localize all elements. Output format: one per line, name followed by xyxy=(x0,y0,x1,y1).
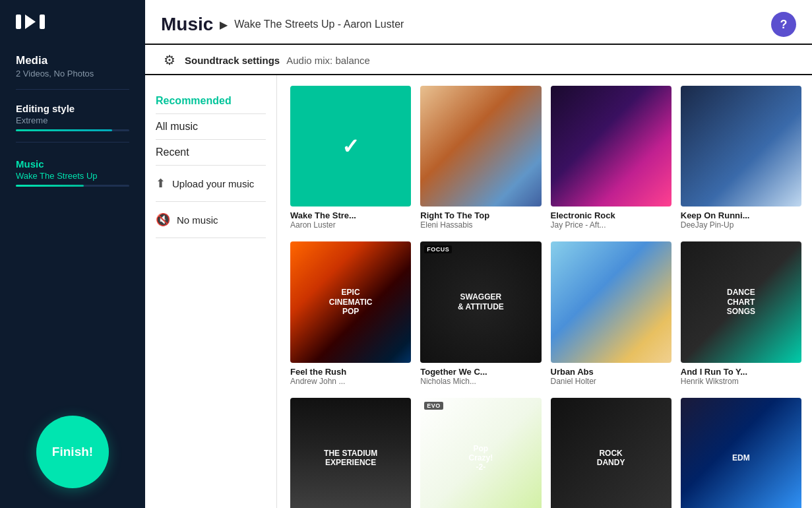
music-thumb: ROCK DANDY xyxy=(551,398,671,509)
music-title: Music xyxy=(16,158,129,170)
music-thumb: EDM xyxy=(681,398,801,509)
music-section: Music Wake The Streets Up xyxy=(0,149,145,191)
music-card[interactable]: EDM Dancefloor Ro... Claude Njoya xyxy=(681,398,801,509)
music-card[interactable]: THE STADIUM EXPERIENCE Breathe Move ... … xyxy=(290,398,411,509)
left-nav: Recommended All music Recent ⬆ Upload yo… xyxy=(145,75,277,508)
header-left: Music ▶ Wake The Streets Up - Aaron Lust… xyxy=(161,14,404,35)
music-card[interactable]: ✓ Wake The Stre... Aaron Luster xyxy=(290,86,411,230)
page-title: Music xyxy=(161,14,213,35)
logo-area xyxy=(0,0,145,42)
main-content: Music ▶ Wake The Streets Up - Aaron Lust… xyxy=(145,0,812,508)
music-progress-fill xyxy=(16,185,84,187)
music-card-title: Electronic Rock xyxy=(551,210,671,220)
music-card-artist: Jay Price - Aft... xyxy=(551,220,671,230)
music-sub: Wake The Streets Up xyxy=(16,171,129,181)
no-music-label: No music xyxy=(177,214,218,226)
nav-no-music[interactable]: 🔇 No music xyxy=(156,202,266,238)
nav-all-music[interactable]: All music xyxy=(156,114,266,140)
media-section: Media 2 Videos, No Photos xyxy=(0,42,145,82)
divider-1 xyxy=(16,89,129,90)
music-card-title: Urban Abs xyxy=(551,367,671,377)
music-card-title: And I Run To Y... xyxy=(681,367,801,377)
app-logo xyxy=(16,15,45,29)
music-card-artist: Eleni Hassabis xyxy=(420,220,541,230)
thumb-text: Pop Crazy! -2- xyxy=(465,440,497,476)
music-grid-wrap: ✓ Wake The Stre... Aaron Luster Right To… xyxy=(277,75,812,508)
music-thumb: FOCUSSWAGGER & ATTITUDE xyxy=(420,241,541,362)
thumb-text: THE STADIUM EXPERIENCE xyxy=(320,445,381,472)
music-card[interactable]: EPIC CINEMATIC POP Feel the Rush Andrew … xyxy=(290,241,411,385)
music-card[interactable]: Right To The Top Eleni Hassabis xyxy=(420,86,541,230)
finish-btn-wrap: Finish! xyxy=(36,416,109,488)
sidebar: Media 2 Videos, No Photos Editing style … xyxy=(0,0,145,508)
music-card-artist: Henrik Wikstrom xyxy=(681,377,801,386)
media-subtitle: 2 Videos, No Photos xyxy=(16,69,129,79)
music-progress-bg xyxy=(16,185,129,187)
play-icon: ▶ xyxy=(220,18,228,31)
music-card[interactable]: FOCUSSWAGGER & ATTITUDE Together We C...… xyxy=(420,241,541,385)
music-card[interactable]: Keep On Runni... DeeJay Pin-Up xyxy=(681,86,801,230)
logo-bar-right xyxy=(40,15,45,29)
music-card-artist: Andrew John ... xyxy=(290,377,411,386)
badge-label: FOCUS xyxy=(424,245,452,253)
music-thumb: EVOPop Crazy! -2- xyxy=(420,398,541,509)
music-card-title: Feel the Rush xyxy=(290,367,411,377)
music-thumb xyxy=(551,86,671,206)
editing-sub: Extreme xyxy=(16,115,129,125)
music-grid: ✓ Wake The Stre... Aaron Luster Right To… xyxy=(290,86,801,508)
music-card-artist: Daniel Holter xyxy=(551,377,671,386)
nav-recent[interactable]: Recent xyxy=(156,140,266,166)
soundtrack-settings-label[interactable]: Soundtrack settings xyxy=(185,55,280,66)
media-title: Media xyxy=(16,54,129,67)
music-card-title: Right To The Top xyxy=(420,210,541,220)
music-thumb: ✓ xyxy=(290,86,411,206)
music-thumb: EPIC CINEMATIC POP xyxy=(290,241,411,362)
music-card-artist: Aaron Luster xyxy=(290,220,411,230)
gear-icon: ⚙ xyxy=(161,51,178,69)
thumb-text: DANCE CHART SONGS xyxy=(723,284,759,320)
editing-progress-fill xyxy=(16,129,112,131)
finish-button[interactable]: Finish! xyxy=(36,416,109,488)
editing-progress-bg xyxy=(16,129,129,131)
music-thumb xyxy=(551,241,671,362)
music-card-artist: DeeJay Pin-Up xyxy=(681,220,801,230)
music-card-artist: Nicholas Mich... xyxy=(420,377,541,386)
music-card[interactable]: DANCE CHART SONGS And I Run To Y... Henr… xyxy=(681,241,801,385)
upload-label: Upload your music xyxy=(172,178,254,189)
logo-bar-left xyxy=(16,15,21,29)
badge-label: EVO xyxy=(424,402,443,410)
main-header: Music ▶ Wake The Streets Up - Aaron Lust… xyxy=(145,0,812,45)
upload-icon: ⬆ xyxy=(156,176,166,191)
thumb-text: EDM xyxy=(728,449,754,466)
music-card-title: Together We C... xyxy=(420,367,541,377)
music-thumb: THE STADIUM EXPERIENCE xyxy=(290,398,411,509)
help-button[interactable]: ? xyxy=(771,12,796,37)
editing-section: Editing style Extreme xyxy=(0,96,145,135)
music-card[interactable]: EVOPop Crazy! -2- Strutting Your ... Bri… xyxy=(420,398,541,509)
music-thumb xyxy=(420,86,541,206)
audio-mix-label: Audio mix: balance xyxy=(286,55,370,66)
music-card-title: Keep On Runni... xyxy=(681,210,801,220)
thumb-text: SWAGGER & ATTITUDE xyxy=(454,288,508,315)
nav-recommended[interactable]: Recommended xyxy=(156,88,266,114)
soundtrack-bar: ⚙ Soundtrack settings Audio mix: balance xyxy=(145,45,812,75)
thumb-text: EPIC CINEMATIC POP xyxy=(325,284,377,320)
no-music-icon: 🔇 xyxy=(156,212,170,227)
editing-title: Editing style xyxy=(16,103,129,114)
content-area: Recommended All music Recent ⬆ Upload yo… xyxy=(145,75,812,508)
music-thumb xyxy=(681,86,801,206)
selected-check-icon: ✓ xyxy=(342,134,359,159)
divider-2 xyxy=(16,142,129,143)
now-playing-text: Wake The Streets Up - Aaron Luster xyxy=(234,18,404,30)
logo-play-triangle xyxy=(25,15,36,29)
music-card-title: Wake The Stre... xyxy=(290,210,411,220)
music-thumb: DANCE CHART SONGS xyxy=(681,241,801,362)
music-card[interactable]: Electronic Rock Jay Price - Aft... xyxy=(551,86,671,230)
music-card[interactable]: Urban Abs Daniel Holter xyxy=(551,241,671,385)
music-card[interactable]: ROCK DANDY Squat Run Frederic Vitani xyxy=(551,398,671,509)
thumb-text: ROCK DANDY xyxy=(593,445,629,472)
nav-upload[interactable]: ⬆ Upload your music xyxy=(156,166,266,202)
